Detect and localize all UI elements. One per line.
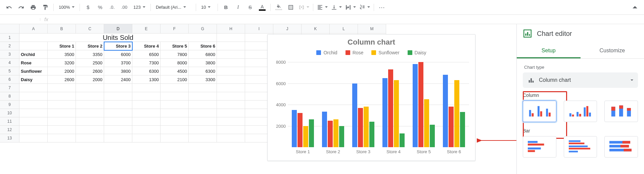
cell[interactable] bbox=[189, 101, 217, 109]
cell[interactable] bbox=[189, 84, 217, 92]
cell[interactable] bbox=[132, 101, 160, 109]
tab-setup[interactable]: Setup bbox=[517, 43, 581, 58]
col-header[interactable]: E bbox=[132, 24, 160, 34]
cell[interactable] bbox=[189, 109, 217, 117]
cell[interactable] bbox=[48, 134, 76, 142]
cell[interactable] bbox=[217, 34, 245, 42]
cell[interactable]: Rose bbox=[19, 59, 48, 67]
cell[interactable] bbox=[76, 109, 104, 117]
cell[interactable]: 2400 bbox=[104, 75, 132, 84]
row-header[interactable]: 11 bbox=[0, 117, 19, 126]
row-header[interactable]: 13 bbox=[0, 134, 19, 142]
thumb-bar-2[interactable] bbox=[564, 136, 597, 158]
row-header[interactable]: 2 bbox=[0, 42, 19, 50]
cell[interactable] bbox=[19, 109, 48, 117]
vertical-align-button[interactable] bbox=[330, 2, 343, 12]
paint-format-button[interactable] bbox=[40, 2, 51, 13]
cell[interactable] bbox=[189, 117, 217, 126]
collapse-toolbar-button[interactable] bbox=[629, 2, 641, 13]
cell[interactable] bbox=[160, 84, 189, 92]
cell[interactable]: Store 2 bbox=[76, 42, 104, 50]
cell[interactable]: 2600 bbox=[48, 75, 76, 84]
cell[interactable] bbox=[104, 134, 132, 142]
row-header[interactable]: 6 bbox=[0, 75, 19, 84]
cell[interactable]: 6800 bbox=[189, 50, 217, 59]
col-header[interactable]: L bbox=[330, 24, 358, 34]
tab-customize[interactable]: Customize bbox=[581, 43, 644, 58]
cell[interactable]: Store 1 bbox=[48, 42, 76, 50]
cell[interactable]: Store 4 bbox=[132, 42, 160, 50]
cell[interactable] bbox=[189, 92, 217, 101]
borders-button[interactable] bbox=[285, 2, 296, 13]
italic-button[interactable]: I bbox=[232, 2, 244, 13]
cell[interactable]: Daisy bbox=[19, 75, 48, 84]
cell[interactable]: Store 3 bbox=[104, 42, 132, 50]
row-header[interactable]: 9 bbox=[0, 101, 19, 109]
cell[interactable] bbox=[217, 126, 245, 134]
more-button[interactable]: ⋯ bbox=[376, 2, 388, 13]
cell[interactable] bbox=[217, 109, 245, 117]
row-header[interactable]: 7 bbox=[0, 84, 19, 92]
cell[interactable]: 3700 bbox=[104, 59, 132, 67]
col-header[interactable]: M bbox=[358, 24, 386, 34]
cell[interactable]: 8000 bbox=[160, 59, 189, 67]
cell[interactable] bbox=[189, 134, 217, 142]
merge-cells-button[interactable] bbox=[297, 2, 311, 12]
cell[interactable] bbox=[160, 126, 189, 134]
cell[interactable]: Store 6 bbox=[189, 42, 217, 50]
cell[interactable] bbox=[76, 84, 104, 92]
cell[interactable] bbox=[104, 126, 132, 134]
cell[interactable] bbox=[48, 117, 76, 126]
more-formats-combo[interactable]: 123 bbox=[131, 2, 148, 12]
text-rotation-button[interactable] bbox=[358, 2, 371, 12]
zoom-combo[interactable]: 100% bbox=[56, 2, 77, 12]
cell[interactable]: 2000 bbox=[48, 67, 76, 75]
cell[interactable] bbox=[48, 92, 76, 101]
cell[interactable]: 3300 bbox=[189, 75, 217, 84]
cell[interactable] bbox=[160, 134, 189, 142]
cell[interactable] bbox=[132, 117, 160, 126]
col-header[interactable]: G bbox=[189, 24, 217, 34]
cell[interactable]: 4500 bbox=[160, 67, 189, 75]
undo-button[interactable] bbox=[3, 2, 15, 13]
thumb-bar-grouped[interactable] bbox=[523, 136, 556, 158]
chart-type-dropdown[interactable]: Column chart bbox=[523, 72, 638, 88]
cell[interactable] bbox=[76, 134, 104, 142]
thumb-bar-stacked[interactable] bbox=[604, 136, 638, 158]
cell[interactable] bbox=[217, 75, 245, 84]
cell[interactable] bbox=[217, 42, 245, 50]
cell[interactable]: 6300 bbox=[132, 67, 160, 75]
cell[interactable] bbox=[104, 84, 132, 92]
cell[interactable] bbox=[76, 101, 104, 109]
cell[interactable] bbox=[48, 101, 76, 109]
cell[interactable]: 2000 bbox=[76, 75, 104, 84]
cell[interactable]: 3350 bbox=[76, 50, 104, 59]
cell[interactable]: 1300 bbox=[132, 75, 160, 84]
col-header[interactable]: J bbox=[273, 24, 302, 34]
cell[interactable]: 6300 bbox=[189, 67, 217, 75]
cell[interactable]: Orchid bbox=[19, 50, 48, 59]
text-wrap-button[interactable] bbox=[344, 2, 357, 12]
cell[interactable]: 3500 bbox=[48, 50, 76, 59]
currency-button[interactable]: $ bbox=[82, 2, 94, 13]
row-header[interactable]: 8 bbox=[0, 92, 19, 101]
col-header[interactable]: H bbox=[217, 24, 245, 34]
thumb-column-grouped[interactable] bbox=[523, 101, 556, 122]
cell[interactable] bbox=[132, 84, 160, 92]
cell[interactable] bbox=[217, 101, 245, 109]
cell[interactable]: Sunflower bbox=[19, 67, 48, 75]
cell[interactable] bbox=[160, 92, 189, 101]
font-size-combo[interactable]: 10 bbox=[198, 2, 215, 12]
cell[interactable] bbox=[76, 126, 104, 134]
cell[interactable] bbox=[19, 117, 48, 126]
cell[interactable]: 2600 bbox=[76, 67, 104, 75]
strikethrough-button[interactable]: S bbox=[244, 2, 256, 13]
row-header[interactable]: 10 bbox=[0, 109, 19, 117]
cell[interactable] bbox=[104, 92, 132, 101]
thumb-column-stacked[interactable] bbox=[604, 101, 638, 122]
cell[interactable] bbox=[132, 126, 160, 134]
cell[interactable]: 3800 bbox=[189, 59, 217, 67]
cell[interactable] bbox=[104, 117, 132, 126]
cell[interactable] bbox=[19, 101, 48, 109]
cell[interactable] bbox=[160, 117, 189, 126]
